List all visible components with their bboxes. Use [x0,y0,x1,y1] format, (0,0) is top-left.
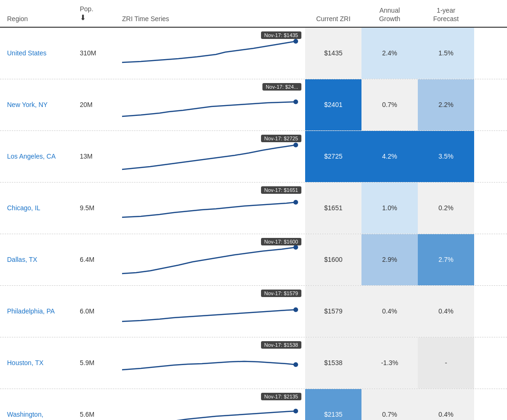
main-table: Region Pop. ⬇ ZRI Time Series Current ZR… [0,0,507,420]
region-name: United States [7,49,46,58]
table-row: Dallas, TX6.4MNov-17: $1600$16002.9%2.7% [0,234,507,286]
sparkline-dot [293,143,298,147]
pop-cell: 9.5M [80,183,122,234]
header-chart-label: ZRI Time Series [122,15,169,23]
header-current-zri: Current ZRI [305,15,361,23]
chart-tooltip: Nov-17: $1600 [261,238,301,245]
chart-tooltip: Nov-17: $2135 [261,393,301,400]
header-forecast-label1: 1-year [437,7,455,14]
table-row: Washington,5.6MNov-17: $2135$21350.7%0.4… [0,389,507,420]
sparkline-dot [293,245,298,250]
chart-cell: Nov-17: $2135 [122,389,305,420]
current-zri-cell: $1435 [305,28,361,79]
region-name: Chicago, IL [7,204,40,213]
pop-cell: 13M [80,131,122,182]
region-cell[interactable]: Dallas, TX [0,234,80,285]
current-zri-cell: $2725 [305,131,361,182]
annual-growth-cell: 1.0% [361,183,418,234]
sort-icon[interactable]: ⬇ [80,13,86,23]
chart-cell: Nov-17: $1579 [122,286,305,337]
current-zri-cell: $1600 [305,234,361,285]
table-row: New York, NY20MNov-17: $24...$24010.7%2.… [0,79,507,131]
header-forecast: 1-year Forecast [418,6,474,23]
header-forecast-label2: Forecast [433,15,459,23]
sparkline-chart [122,344,296,382]
forecast-cell: - [418,337,474,389]
annual-growth-cell: 4.2% [361,131,418,182]
pop-cell: 5.6M [80,389,122,420]
sparkline-dot [293,307,298,312]
chart-tooltip: Nov-17: $24... [262,83,301,91]
forecast-cell: 0.4% [418,286,474,337]
sparkline-line [122,247,296,274]
pop-cell: 6.4M [80,234,122,285]
chart-tooltip: Nov-17: $1538 [261,341,301,349]
current-zri-cell: $2135 [305,389,361,420]
chart-cell: Nov-17: $2725 [122,131,305,182]
chart-cell: Nov-17: $1600 [122,234,305,285]
table-row: Chicago, IL9.5MNov-17: $1651$16511.0%0.2… [0,183,507,234]
sparkline-chart [122,292,296,330]
rows-container: United States310MNov-17: $1435$14352.4%1… [0,28,507,420]
region-cell[interactable]: Philadelphia, PA [0,286,80,337]
header-growth-label2: Growth [379,15,400,23]
chart-cell: Nov-17: $1651 [122,183,305,234]
sparkline-line [122,41,296,62]
header-region: Region [0,15,80,23]
region-name: Dallas, TX [7,255,37,265]
pop-cell: 5.9M [80,337,122,389]
pop-cell: 310M [80,28,122,79]
current-zri-cell: $1651 [305,183,361,234]
current-zri-cell: $2401 [305,79,361,130]
sparkline-line [122,310,296,321]
header-growth-label1: Annual [379,7,400,14]
sparkline-dot [293,200,298,205]
sparkline-line [122,202,296,217]
region-cell[interactable]: Houston, TX [0,337,80,389]
chart-tooltip: Nov-17: $1435 [261,31,301,39]
region-cell[interactable]: Chicago, IL [0,183,80,234]
sparkline-chart [122,137,296,175]
forecast-cell: 1.5% [418,28,474,79]
sparkline-line [122,411,296,420]
chart-cell: Nov-17: $24... [122,79,305,130]
chart-cell: Nov-17: $1538 [122,337,305,389]
region-cell[interactable]: New York, NY [0,79,80,130]
annual-growth-cell: 0.7% [361,389,418,420]
sparkline-chart [122,34,296,72]
forecast-cell: 3.5% [418,131,474,182]
region-cell[interactable]: Los Angeles, CA [0,131,80,182]
header-pop-label: Pop. [80,5,93,13]
current-zri-cell: $1579 [305,286,361,337]
table-header: Region Pop. ⬇ ZRI Time Series Current ZR… [0,0,507,28]
sparkline-chart [122,241,296,278]
chart-cell: Nov-17: $1435 [122,28,305,79]
table-row: Los Angeles, CA13MNov-17: $2725$27254.2%… [0,131,507,183]
chart-tooltip: Nov-17: $1579 [261,290,301,297]
annual-growth-cell: -1.3% [361,337,418,389]
forecast-cell: 0.2% [418,183,474,234]
table-row: United States310MNov-17: $1435$14352.4%1… [0,28,507,79]
region-name: Washington, [7,410,43,420]
pop-cell: 6.0M [80,286,122,337]
region-name: Philadelphia, PA [7,307,55,316]
sparkline-dot [293,409,298,413]
header-region-label: Region [7,15,28,23]
forecast-cell: 2.7% [418,234,474,285]
header-annual-growth: Annual Growth [361,6,418,23]
header-pop[interactable]: Pop. ⬇ [80,5,122,23]
header-zri-label: Current ZRI [316,15,350,23]
region-cell[interactable]: Washington, [0,389,80,420]
annual-growth-cell: 0.4% [361,286,418,337]
region-cell[interactable]: United States [0,28,80,79]
region-name: Houston, TX [7,359,44,368]
sparkline-dot [293,362,298,367]
sparkline-line [122,361,296,370]
sparkline-dot [293,99,298,104]
forecast-cell: 0.4% [418,389,474,420]
chart-tooltip: Nov-17: $2725 [261,135,301,142]
region-name: Los Angeles, CA [7,152,56,161]
table-row: Philadelphia, PA6.0MNov-17: $1579$15790.… [0,286,507,337]
sparkline-dot [293,39,298,44]
annual-growth-cell: 0.7% [361,79,418,130]
